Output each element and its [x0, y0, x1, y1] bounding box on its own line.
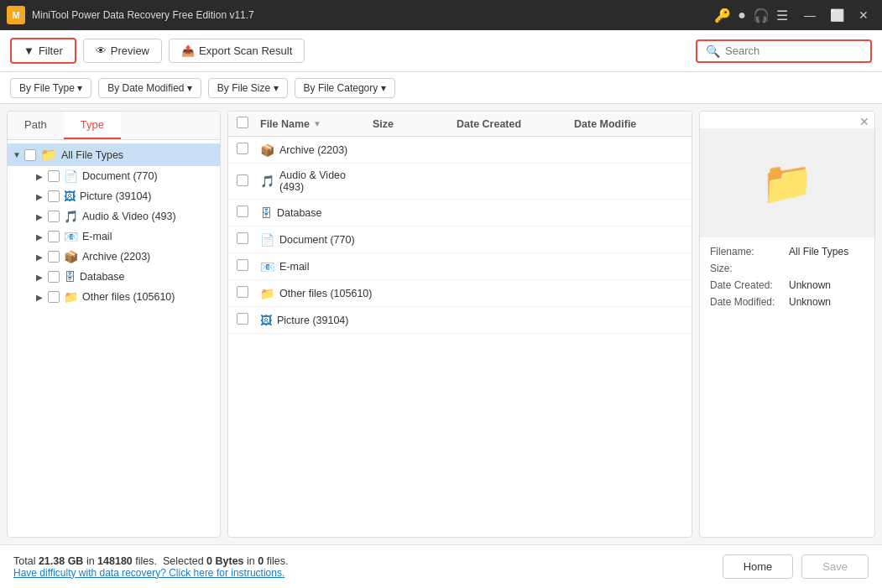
filter-bar: By File Type ▾ By Date Modified ▾ By Fil… — [0, 72, 882, 104]
file-row[interactable]: 📦Archive (2203) — [228, 137, 692, 164]
row-checkbox[interactable] — [237, 143, 248, 154]
otherfiles-checkbox[interactable] — [48, 291, 60, 303]
email-label: E-mail — [82, 231, 112, 242]
tree-children: ▶ 📄 Document (770) ▶ 🖼 Picture (39104) ▶… — [8, 166, 220, 307]
search-input[interactable] — [725, 44, 862, 57]
header-size: Size — [373, 118, 457, 130]
filter-label: Filter — [39, 44, 63, 57]
archive-file-icon: 📦 — [260, 143, 274, 157]
file-row[interactable]: 📁Other files (105610) — [228, 280, 692, 307]
export-icon: 📤 — [181, 44, 195, 57]
file-row[interactable]: 🗄Database — [228, 200, 692, 226]
row-name: Audio & Video (493) — [279, 169, 373, 193]
row-name: Other files (105610) — [279, 288, 372, 299]
save-button[interactable]: Save — [801, 554, 869, 579]
email-checkbox[interactable] — [48, 231, 60, 242]
tree-item-archive[interactable]: ▶ 📦 Archive (2203) — [31, 247, 220, 267]
file-row[interactable]: 📧E-mail — [228, 253, 692, 280]
minimize-button[interactable]: — — [798, 3, 822, 27]
search-box[interactable]: 🔍 — [696, 39, 872, 63]
tab-bar: Path Type — [8, 112, 220, 140]
row-checkbox[interactable] — [237, 313, 248, 325]
preview-thumbnail: 📁 — [700, 128, 874, 237]
tree-item-audio-video[interactable]: ▶ 🎵 Audio & Video (493) — [31, 206, 220, 226]
preview-button[interactable]: 👁 Preview — [83, 39, 162, 63]
filter-by-category[interactable]: By File Category ▾ — [295, 78, 395, 98]
picture-file-icon: 🖼 — [260, 314, 272, 327]
audiovideo-checkbox[interactable] — [48, 211, 60, 222]
title-bar: M MiniTool Power Data Recovery Free Edit… — [0, 0, 882, 30]
database-checkbox[interactable] — [48, 271, 60, 283]
left-panel: Path Type ▼ 📁 All File Types ▶ 📄 Documen — [7, 111, 221, 538]
status-info: Total 21.38 GB in 148180 files. Selected… — [13, 555, 288, 579]
otherfiles-label: Other files (105610) — [82, 291, 175, 303]
file-row[interactable]: 📄Document (770) — [228, 226, 692, 253]
picture-label: Picture (39104) — [80, 190, 151, 202]
meta-filename-row: Filename: All File Types — [710, 246, 864, 258]
export-button[interactable]: 📤 Export Scan Result — [169, 39, 305, 63]
database-label: Database — [80, 271, 125, 283]
selected-size: 0 Bytes — [206, 555, 243, 567]
document-checkbox[interactable] — [48, 170, 60, 182]
row-checkbox[interactable] — [237, 232, 248, 244]
meta-date-modified-row: Date Modified: Unknown — [710, 296, 864, 308]
chevron-right-icon: ▶ — [36, 273, 48, 282]
status-buttons: Home Save — [723, 554, 869, 579]
email-file-icon: 📧 — [260, 260, 274, 273]
meta-date-created-row: Date Created: Unknown — [710, 279, 864, 291]
row-name: Database — [277, 207, 322, 219]
export-label: Export Scan Result — [199, 44, 292, 57]
preview-close-button[interactable]: ✕ — [859, 115, 869, 128]
tree-item-otherfiles[interactable]: ▶ 📁 Other files (105610) — [31, 287, 220, 307]
tab-type[interactable]: Type — [64, 112, 121, 139]
file-row[interactable]: 🖼Picture (39104) — [228, 307, 692, 334]
filter-button[interactable]: ▼ Filter — [10, 38, 76, 64]
tree-item-email[interactable]: ▶ 📧 E-mail — [31, 226, 220, 247]
help-link[interactable]: Have difficulty with data recovery? Clic… — [13, 567, 288, 579]
app-logo: M — [7, 6, 25, 24]
row-checkbox[interactable] — [237, 259, 248, 271]
archive-checkbox[interactable] — [48, 251, 60, 263]
total-size: 21.38 GB — [39, 555, 84, 567]
help-icon[interactable]: ● — [738, 8, 746, 23]
file-list-body: 📦Archive (2203) 🎵Audio & Video (493) 🗄Da… — [228, 137, 692, 537]
home-button[interactable]: Home — [723, 554, 794, 579]
preview-folder-icon: 📁 — [761, 159, 813, 207]
root-checkbox[interactable] — [24, 149, 36, 161]
tree-item-database[interactable]: ▶ 🗄 Database — [31, 267, 220, 287]
main-content: Path Type ▼ 📁 All File Types ▶ 📄 Documen — [0, 104, 882, 544]
document-file-icon: 📄 — [260, 233, 274, 247]
headset-icon[interactable]: 🎧 — [753, 8, 770, 23]
chevron-right-icon: ▶ — [36, 252, 48, 262]
chevron-right-icon: ▶ — [36, 192, 48, 201]
row-checkbox[interactable] — [237, 286, 248, 298]
row-name: Document (770) — [279, 234, 355, 246]
file-row[interactable]: 🎵Audio & Video (493) — [228, 164, 692, 200]
date-modified-label: Date Modified: — [710, 296, 785, 308]
tab-path[interactable]: Path — [8, 112, 64, 139]
database-file-icon: 🗄 — [260, 206, 272, 220]
row-checkbox[interactable] — [237, 174, 248, 186]
date-modified-value: Unknown — [789, 296, 831, 308]
picture-checkbox[interactable] — [48, 190, 60, 202]
meta-size-row: Size: — [710, 263, 864, 274]
filter-by-date[interactable]: By Date Modified ▾ — [98, 78, 201, 98]
row-checkbox[interactable] — [237, 206, 248, 217]
menu-icon[interactable]: ☰ — [776, 8, 788, 23]
filter-type-label: By File Type ▾ — [19, 82, 82, 94]
chevron-right-icon: ▶ — [36, 212, 48, 221]
chevron-right-icon: ▶ — [36, 232, 48, 242]
filter-by-size[interactable]: By File Size ▾ — [208, 78, 288, 98]
filter-by-type[interactable]: By File Type ▾ — [10, 78, 91, 98]
date-created-value: Unknown — [789, 279, 831, 291]
select-all-checkbox[interactable] — [237, 117, 248, 128]
preview-label: Preview — [111, 44, 149, 57]
maximize-button[interactable]: ⬜ — [825, 3, 848, 27]
tree-item-document[interactable]: ▶ 📄 Document (770) — [31, 166, 220, 186]
chevron-right-icon: ▶ — [36, 172, 48, 181]
close-button[interactable]: ✕ — [852, 3, 875, 27]
tree-item-picture[interactable]: ▶ 🖼 Picture (39104) — [31, 186, 220, 206]
key-icon[interactable]: 🔑 — [714, 8, 731, 23]
tree-root-item[interactable]: ▼ 📁 All File Types — [8, 143, 220, 166]
toolbar: ▼ Filter 👁 Preview 📤 Export Scan Result … — [0, 30, 882, 72]
